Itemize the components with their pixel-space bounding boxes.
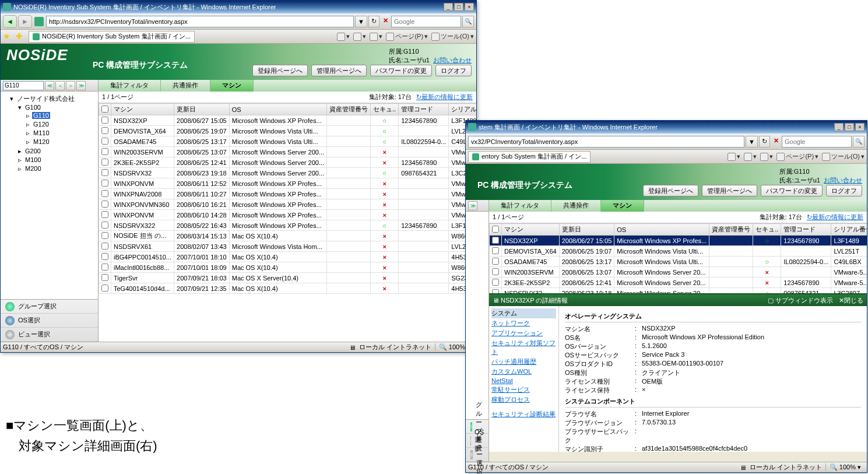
table-row[interactable]: NOSiDE 担当 の...2008/03/14 15:13Mac OS X(1… [99,231,477,241]
row-checkbox[interactable] [101,190,108,197]
table-row[interactable]: WINXPNAV20082008/06/11 10:27Microsoft Wi… [99,189,477,199]
refresh-button[interactable]: ↻ [759,136,770,148]
col-checkbox[interactable] [99,104,111,115]
manage-page-button[interactable]: 管理用ページへ [311,65,367,76]
detail-nav-item[interactable]: パッチ適用履歴 [491,357,556,367]
zoom-label[interactable]: 🔍 100% ▾ [825,464,865,471]
add-favorite-icon[interactable]: ✚ [16,31,26,42]
detail-nav-item[interactable]: アプリケーション [491,328,556,338]
tree-g110[interactable]: G110 [32,112,50,119]
stop-icon[interactable]: ✕ [381,17,390,26]
address-input[interactable] [468,136,744,148]
row-checkbox[interactable] [492,289,499,294]
detail-nav-item[interactable]: システム [491,308,556,318]
table-row[interactable]: OSADAME7452008/06/25 13:17Microsoft Wind… [99,136,477,147]
prev-button[interactable]: ＜ [55,81,65,90]
maximize-button[interactable]: □ [454,3,463,11]
page-menu[interactable]: ページ(P)▾ [776,152,818,161]
col-mgmt[interactable]: 管理コード [399,104,449,115]
table-row[interactable]: DEMOVISTA_X642008/06/25 19:07Microsoft W… [99,126,477,136]
go-button[interactable]: ▼ [746,136,758,148]
group-select-button[interactable]: グループ選択 [1,300,98,314]
change-password-button[interactable]: パスワードの変更 [370,65,432,76]
search-button[interactable]: 🔍 [462,16,474,27]
tree-m200[interactable]: M200 [24,165,43,172]
table-row[interactable]: NSDX32XP2008/06/27 15:05Microsoft Window… [490,236,867,246]
go-button[interactable]: ▼ [355,16,367,27]
tab-machine[interactable]: マシン [601,200,644,212]
table-row[interactable]: iMacIntl0016cb88...2007/10/01 18:09Mac O… [99,262,477,273]
col-asset[interactable]: 資産管理番号 [327,104,371,115]
page-menu[interactable]: ページ(P)▾ [386,32,428,41]
col-machine[interactable]: マシン [502,224,560,236]
table-row[interactable]: NSDX32XP2008/06/27 15:05Microsoft Window… [99,115,477,126]
detail-close-button[interactable]: ✕閉じる [839,296,863,305]
table-row[interactable]: WINXPONVM2008/06/11 12:52Microsoft Windo… [99,178,477,189]
first-button[interactable]: ≪ [45,81,54,90]
subwindow-button[interactable]: ▢ サブウィンドウ表示 [768,296,833,305]
contact-link[interactable]: お問い合わせ [433,57,472,64]
address-input[interactable] [46,16,354,27]
os-select-button[interactable]: OS選択 [1,314,98,328]
row-checkbox[interactable] [101,117,108,124]
row-checkbox[interactable] [492,247,499,254]
col-date[interactable]: 更新日 [559,224,614,236]
browser-tab[interactable]: NOSiDE(R) Inventory Sub System 集計画面 / イン… [29,31,195,43]
row-checkbox[interactable] [101,180,108,187]
table-row[interactable]: WINXPONVM2008/06/10 14:28Microsoft Windo… [99,210,477,220]
col-serial[interactable]: シリアル番号 [449,104,476,115]
row-checkbox[interactable] [101,201,108,208]
table-row[interactable]: WINXPONVMN3602008/06/10 16:21Microsoft W… [99,199,477,210]
home-button[interactable]: ▾ [728,152,740,161]
col-date[interactable]: 更新日 [174,104,230,115]
col-checkbox[interactable] [490,224,502,236]
row-checkbox[interactable] [101,253,108,260]
tab-filter[interactable]: 集計フィルタ [489,200,551,212]
feed-button[interactable]: ▾ [353,32,366,41]
detail-nav-item[interactable]: セキュリティ診断結果 [491,409,556,419]
detail-nav-item[interactable]: 常駐サービス [491,385,556,395]
forward-button[interactable]: ► [18,15,32,28]
tree-g100[interactable]: G100 [24,104,42,111]
tools-menu[interactable]: ツール(O)▾ [822,152,865,161]
titlebar[interactable]: NOSiDE(R) Inventory Sub System 集計画面 / イン… [1,1,476,13]
tree-g120[interactable]: G120 [32,121,50,128]
register-page-button[interactable]: 登録用ページへ [643,185,698,196]
close-button[interactable]: × [855,123,865,131]
view-select-button[interactable]: ビュー選択 [466,448,489,462]
tree-m120[interactable]: M120 [32,138,51,145]
row-checkbox[interactable] [101,232,108,239]
col-serial[interactable]: シリアル番号 [831,224,867,236]
col-os[interactable]: OS [229,104,326,115]
maximize-button[interactable]: □ [845,123,854,131]
row-checkbox[interactable] [492,268,499,275]
detail-nav-item[interactable]: セキュリティ対策ソフト [491,338,556,357]
browser-tab[interactable]: entory Sub System 集計画面 / イン... [468,151,591,163]
minimize-button[interactable]: _ [444,3,453,11]
titlebar[interactable]: stem 集計画面 / インベントリ集計 - Windows Internet … [466,121,867,134]
sidebar-search-input[interactable] [3,81,44,90]
next-button[interactable]: ＞ [66,81,75,90]
table-row[interactable]: NSDSRVX3222008/05/22 16:43Microsoft Wind… [99,220,477,231]
tab-bulk[interactable]: 共通操作 [161,80,210,92]
row-checkbox[interactable] [101,138,108,145]
table-row[interactable]: 2K3EE-2K5SP22008/06/25 12:41Microsoft Wi… [99,157,477,168]
contact-link[interactable]: お問い合わせ [824,177,862,184]
print-button[interactable]: ▾ [760,152,773,161]
row-checkbox[interactable] [101,243,108,250]
table-row[interactable]: OSADAME7452008/06/25 13:17Microsoft Wind… [490,257,867,267]
col-sec[interactable]: セキュ.. [753,224,781,236]
col-sec[interactable]: セキュ.. [371,104,399,115]
logoff-button[interactable]: ログオフ [826,185,862,196]
col-os[interactable]: OS [614,224,709,236]
search-input[interactable] [391,16,461,27]
row-checkbox[interactable] [101,211,108,218]
row-checkbox[interactable] [492,258,499,265]
table-row[interactable]: NSDSRVX612008/02/07 13:43Microsoft Windo… [99,241,477,252]
row-checkbox[interactable] [101,159,108,166]
col-mgmt[interactable]: 管理コード [781,224,831,236]
col-asset[interactable]: 資産管理番号 [709,224,753,236]
table-row[interactable]: iBG4PPC0014510...2007/10/01 18:10Mac OS … [99,252,477,262]
last-button[interactable]: ≫ [76,81,86,90]
table-row[interactable]: 2K3EE-2K5SP22008/06/25 12:41Microsoft Wi… [490,278,867,288]
